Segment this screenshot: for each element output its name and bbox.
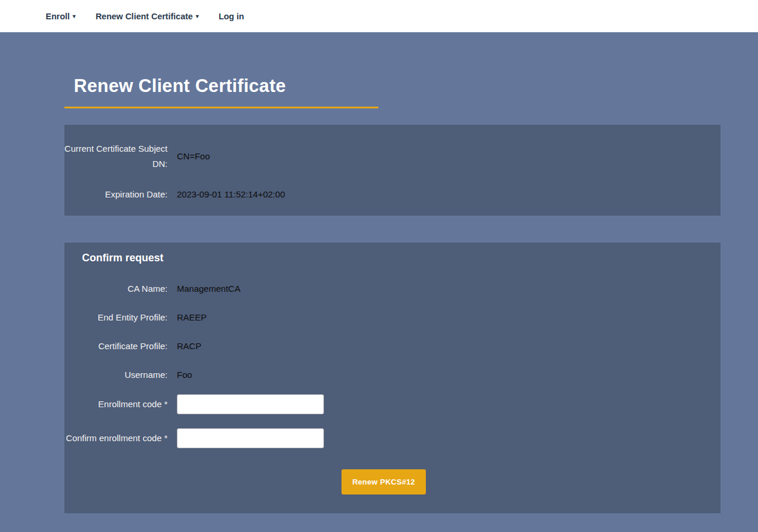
certificate-profile-value: RACP: [177, 341, 202, 351]
expiration-date-row: Expiration Date: 2023-09-01 11:52:14+02:…: [64, 187, 703, 202]
end-entity-profile-value: RAEEP: [177, 312, 207, 322]
page-title: Renew Client Certificate: [64, 76, 721, 97]
title-underline: [64, 107, 378, 108]
enrollment-code-row: Enrollment code *: [64, 394, 703, 414]
ca-name-label: CA Name:: [64, 281, 168, 296]
enrollment-code-label: Enrollment code *: [64, 397, 168, 412]
certificate-profile-row: Certificate Profile: RACP: [64, 337, 703, 355]
enrollment-code-input[interactable]: [177, 394, 324, 414]
certificate-profile-label: Certificate Profile:: [64, 339, 168, 354]
nav-item-enroll-label: Enroll: [46, 12, 70, 21]
username-label: Username:: [64, 367, 168, 383]
ca-name-value: ManagementCA: [177, 284, 240, 294]
ca-name-row: CA Name: ManagementCA: [64, 279, 703, 298]
caret-down-icon: ▾: [196, 13, 199, 19]
current-certificate-panel: Current Certificate Subject DN: CN=Foo E…: [64, 125, 721, 216]
nav-item-log-in[interactable]: Log in: [218, 12, 244, 21]
subject-dn-row: Current Certificate Subject DN: CN=Foo: [64, 141, 703, 172]
confirm-request-heading: Confirm request: [64, 252, 703, 264]
nav-item-renew-client-certificate[interactable]: Renew Client Certificate ▾: [95, 12, 199, 21]
expiration-date-value: 2023-09-01 11:52:14+02:00: [177, 189, 285, 199]
caret-down-icon: ▾: [73, 13, 76, 19]
subject-dn-label: Current Certificate Subject DN:: [64, 141, 168, 172]
nav-item-enroll[interactable]: Enroll ▾: [46, 12, 76, 21]
username-row: Username: Foo: [64, 366, 703, 384]
renew-pkcs12-button[interactable]: Renew PKCS#12: [342, 469, 425, 495]
end-entity-profile-row: End Entity Profile: RAEEP: [64, 308, 703, 326]
confirm-enrollment-code-input[interactable]: [177, 428, 324, 448]
confirm-request-panel: Confirm request CA Name: ManagementCA En…: [64, 243, 721, 513]
confirm-enrollment-code-row: Confirm enrollment code *: [64, 428, 703, 448]
nav-item-log-in-label: Log in: [218, 12, 244, 21]
subject-dn-value: CN=Foo: [177, 151, 210, 161]
nav-item-renew-label: Renew Client Certificate: [95, 12, 193, 21]
button-row: Renew PKCS#12: [64, 469, 703, 495]
top-navbar: Enroll ▾ Renew Client Certificate ▾ Log …: [0, 0, 758, 32]
username-value: Foo: [177, 370, 192, 380]
main-content: Renew Client Certificate Current Certifi…: [64, 76, 721, 513]
end-entity-profile-label: End Entity Profile:: [64, 310, 168, 325]
confirm-enrollment-code-label: Confirm enrollment code *: [64, 431, 168, 446]
expiration-date-label: Expiration Date:: [64, 187, 168, 202]
